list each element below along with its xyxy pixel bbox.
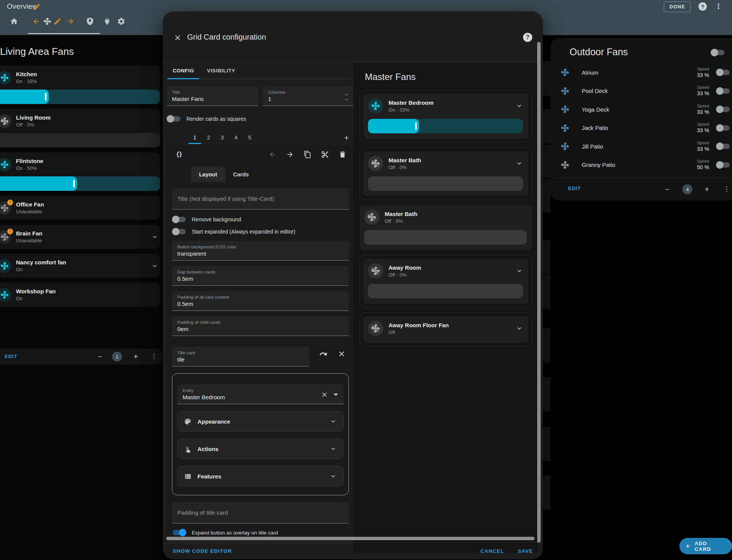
entity-field[interactable]: Entity Master Bedroom [177, 384, 344, 404]
fan-toggle[interactable] [716, 142, 730, 150]
clear-title-card-icon[interactable] [337, 350, 346, 358]
fan-info-row[interactable]: !Office FanUnavailable [0, 196, 160, 220]
fan-info-row[interactable]: KitchenOn · 33% [0, 66, 160, 90]
tab-energy-icon[interactable] [103, 17, 111, 26]
fan-info-row[interactable]: Workshop FanOn [0, 283, 160, 307]
tab-layout[interactable]: Layout [191, 166, 225, 182]
fan-speed-slider[interactable] [368, 119, 523, 133]
gap-between-cards-field[interactable]: Gap between cards 0.5em [172, 266, 349, 286]
fan-info-row[interactable]: Nancy comfort fanOn [0, 254, 160, 278]
fan-icon[interactable] [0, 71, 11, 85]
expander-actions[interactable]: Actions [177, 438, 344, 459]
fan-card[interactable]: FlintstoneOn · 50% [0, 152, 160, 191]
outdoor-fans-master-toggle[interactable] [711, 49, 725, 56]
padding-all-field[interactable]: Padding of all card content 0.5em [172, 291, 349, 311]
add-card-button[interactable]: + ADD CARD [679, 538, 732, 554]
edit-tab-pencil-icon[interactable] [53, 17, 62, 26]
columns-stepper[interactable] [344, 92, 350, 102]
outdoor-fan-row[interactable]: Pool DeckSpeed33 % [556, 82, 732, 101]
button-background-field[interactable]: Button background (CSS color transparent [172, 241, 349, 261]
start-expanded-toggle[interactable] [172, 228, 186, 235]
tab-security-icon[interactable] [86, 17, 94, 26]
vertical-scrollbar[interactable] [537, 42, 541, 543]
tab-visibility[interactable]: VISIBILITY [200, 62, 242, 79]
fan-card[interactable]: Living RoomOff · 0% [0, 109, 160, 147]
add-page-icon[interactable]: + [344, 134, 349, 142]
preview-fan-card[interactable]: Away RoomOff · 0% [363, 259, 528, 304]
preview-fan-card[interactable]: Master BathOff · 0% [360, 205, 532, 250]
outdoor-fan-row[interactable]: Granny PatioSpeed50 % [556, 156, 732, 174]
padding-child-field[interactable]: Padding of child cards 0em [172, 316, 349, 336]
edit-button[interactable]: EDIT [5, 354, 18, 359]
tab-fan-icon[interactable] [43, 17, 51, 26]
expander-features[interactable]: Features [177, 466, 344, 486]
chevron-down-icon[interactable] [151, 262, 159, 270]
increase-columns-icon[interactable]: + [131, 352, 140, 361]
columns-field[interactable]: Columns 1 [263, 86, 354, 106]
outdoor-fan-row[interactable]: Jill PatioSpeed33 % [556, 137, 732, 156]
fan-info-row[interactable]: Living RoomOff · 0% [0, 109, 160, 133]
code-braces-icon[interactable]: {} [177, 150, 182, 158]
card-menu-icon[interactable]: ⋮ [722, 185, 731, 194]
horizontal-scrollbar[interactable] [166, 537, 535, 540]
save-button[interactable]: SAVE [518, 548, 533, 554]
fan-speed-slider[interactable] [368, 284, 523, 298]
fan-card[interactable]: Workshop FanOn [0, 283, 160, 307]
expander-appearance[interactable]: Appearance [177, 411, 344, 432]
outdoor-fan-row[interactable]: AtriumSpeed33 % [556, 63, 732, 82]
fan-icon[interactable] [368, 156, 383, 171]
title-card-field[interactable]: Title card tile [172, 347, 309, 366]
move-card-left-icon[interactable] [268, 150, 276, 158]
chevron-down-icon[interactable] [515, 102, 523, 110]
page-tab-4[interactable]: 4 [231, 134, 241, 144]
page-tab-5[interactable]: 5 [245, 134, 254, 144]
decrease-columns-icon[interactable]: − [95, 352, 104, 361]
preview-fan-card[interactable]: Away Room Floor FanOff [363, 316, 528, 343]
preview-fan-card[interactable]: Master BedroomOn · 33% [363, 94, 528, 139]
fan-icon[interactable] [0, 114, 11, 128]
fan-icon[interactable] [368, 263, 383, 278]
outdoor-fan-row[interactable]: Yoga DeckSpeed33 % [556, 100, 732, 119]
title-field[interactable]: Title Master Fans [167, 86, 258, 106]
fan-icon[interactable] [0, 158, 11, 171]
page-tab-3[interactable]: 3 [218, 134, 227, 144]
page-tab-2[interactable]: 2 [204, 134, 213, 144]
chevron-down-icon[interactable] [515, 160, 523, 167]
move-tab-right-icon[interactable] [66, 17, 75, 26]
page-tab-1[interactable]: 1 [190, 134, 199, 144]
copy-card-icon[interactable] [303, 150, 311, 158]
remove-background-toggle[interactable] [172, 216, 186, 223]
fan-icon[interactable] [368, 98, 383, 114]
expand-overlay-toggle[interactable] [172, 529, 186, 536]
fan-speed-slider[interactable] [0, 90, 160, 104]
fan-card[interactable]: KitchenOn · 33% [0, 66, 160, 104]
preview-fan-card[interactable]: Master BathOff · 0% [363, 151, 528, 196]
chevron-down-icon[interactable] [329, 445, 337, 453]
fan-card[interactable]: Nancy comfort fanOn [0, 254, 160, 278]
close-icon[interactable] [173, 34, 182, 42]
entity-dropdown-caret-icon[interactable] [334, 394, 338, 396]
card-title-field[interactable]: Title (Not displayed if using Title-Card… [172, 188, 349, 210]
increase-columns-icon[interactable]: + [702, 185, 711, 194]
card-menu-icon[interactable]: ⋮ [149, 352, 159, 361]
chevron-down-icon[interactable] [515, 267, 523, 275]
edit-button[interactable]: EDIT [568, 186, 581, 191]
fan-icon[interactable] [0, 288, 11, 302]
move-tab-left-icon[interactable] [32, 17, 40, 26]
overflow-menu-icon[interactable]: ⋮ [715, 2, 722, 11]
chevron-down-icon[interactable] [151, 233, 159, 241]
tab-config[interactable]: CONFIG [167, 62, 200, 79]
fan-icon[interactable] [364, 210, 379, 225]
fan-speed-slider[interactable] [364, 230, 527, 245]
outdoor-fan-row[interactable]: Jack PatioSpeed33 % [556, 119, 732, 138]
fan-info-row[interactable]: FlintstoneOn · 50% [0, 152, 160, 176]
padding-title-card-field[interactable]: Padding of title card [172, 502, 349, 523]
help-icon[interactable]: ? [698, 2, 707, 11]
fan-speed-slider[interactable] [0, 133, 160, 147]
fan-icon[interactable]: ! [0, 201, 11, 215]
redo-title-card-icon[interactable] [319, 350, 327, 358]
fan-toggle[interactable] [716, 69, 730, 76]
fan-toggle[interactable] [716, 106, 730, 113]
fan-card[interactable]: !Office FanUnavailable [0, 196, 160, 220]
fan-icon[interactable] [0, 259, 11, 273]
